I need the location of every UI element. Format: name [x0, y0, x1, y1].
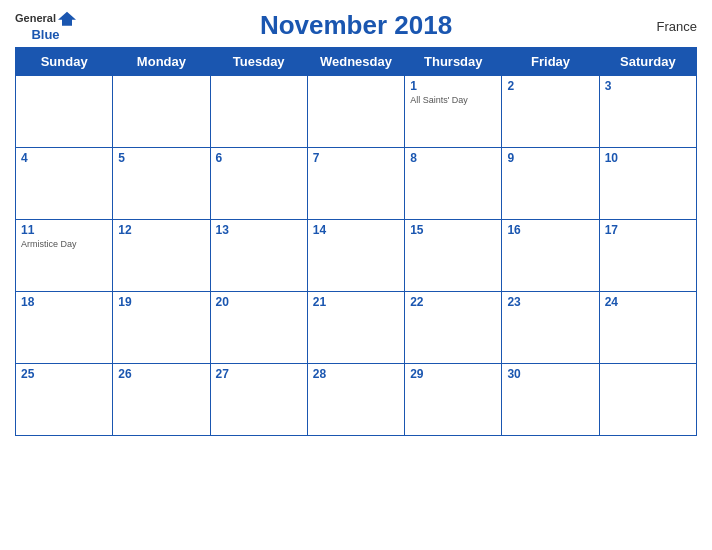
day-number: 15 [410, 223, 496, 237]
calendar-cell: 2 [502, 76, 599, 148]
calendar-cell: 11Armistice Day [16, 220, 113, 292]
calendar-cell: 12 [113, 220, 210, 292]
calendar-page: General Blue November 2018 France Sunday… [0, 0, 712, 550]
day-number: 10 [605, 151, 691, 165]
calendar-cell: 28 [307, 364, 404, 436]
calendar-cell: 22 [405, 292, 502, 364]
country-label: France [657, 18, 697, 33]
day-number: 21 [313, 295, 399, 309]
day-number: 5 [118, 151, 204, 165]
calendar-cell [307, 76, 404, 148]
col-tuesday: Tuesday [210, 48, 307, 76]
day-number: 25 [21, 367, 107, 381]
weekday-header-row: Sunday Monday Tuesday Wednesday Thursday… [16, 48, 697, 76]
logo-general-text: General [15, 12, 56, 24]
calendar-cell: 29 [405, 364, 502, 436]
day-number: 23 [507, 295, 593, 309]
logo-blue-text: Blue [31, 27, 59, 41]
calendar-cell: 26 [113, 364, 210, 436]
page-title: November 2018 [260, 10, 452, 41]
calendar-cell [210, 76, 307, 148]
col-saturday: Saturday [599, 48, 696, 76]
col-wednesday: Wednesday [307, 48, 404, 76]
calendar-cell: 23 [502, 292, 599, 364]
calendar-cell: 15 [405, 220, 502, 292]
day-number: 3 [605, 79, 691, 93]
day-number: 18 [21, 295, 107, 309]
day-number: 20 [216, 295, 302, 309]
calendar-cell: 14 [307, 220, 404, 292]
generalblue-logo: General Blue [15, 9, 76, 41]
logo-bird-icon [58, 9, 76, 27]
holiday-label: Armistice Day [21, 239, 107, 250]
calendar-cell [113, 76, 210, 148]
calendar-cell: 30 [502, 364, 599, 436]
day-number: 22 [410, 295, 496, 309]
day-number: 6 [216, 151, 302, 165]
calendar-cell: 10 [599, 148, 696, 220]
calendar-week-row: 1All Saints' Day23 [16, 76, 697, 148]
calendar-cell [16, 76, 113, 148]
calendar-week-row: 18192021222324 [16, 292, 697, 364]
day-number: 26 [118, 367, 204, 381]
calendar-cell: 1All Saints' Day [405, 76, 502, 148]
day-number: 27 [216, 367, 302, 381]
day-number: 28 [313, 367, 399, 381]
calendar-cell: 25 [16, 364, 113, 436]
calendar-cell [599, 364, 696, 436]
day-number: 9 [507, 151, 593, 165]
day-number: 12 [118, 223, 204, 237]
col-friday: Friday [502, 48, 599, 76]
calendar-cell: 19 [113, 292, 210, 364]
calendar-cell: 18 [16, 292, 113, 364]
calendar-cell: 21 [307, 292, 404, 364]
col-thursday: Thursday [405, 48, 502, 76]
page-header: General Blue November 2018 France [15, 10, 697, 41]
calendar-body: 1All Saints' Day234567891011Armistice Da… [16, 76, 697, 436]
calendar-cell: 16 [502, 220, 599, 292]
calendar-cell: 27 [210, 364, 307, 436]
calendar-cell: 20 [210, 292, 307, 364]
calendar-cell: 24 [599, 292, 696, 364]
calendar-cell: 8 [405, 148, 502, 220]
day-number: 1 [410, 79, 496, 93]
day-number: 4 [21, 151, 107, 165]
day-number: 8 [410, 151, 496, 165]
calendar-table: Sunday Monday Tuesday Wednesday Thursday… [15, 47, 697, 436]
day-number: 7 [313, 151, 399, 165]
day-number: 16 [507, 223, 593, 237]
calendar-week-row: 252627282930 [16, 364, 697, 436]
col-monday: Monday [113, 48, 210, 76]
svg-marker-0 [58, 11, 76, 25]
calendar-cell: 7 [307, 148, 404, 220]
calendar-cell: 5 [113, 148, 210, 220]
day-number: 24 [605, 295, 691, 309]
day-number: 11 [21, 223, 107, 237]
calendar-cell: 17 [599, 220, 696, 292]
day-number: 19 [118, 295, 204, 309]
day-number: 30 [507, 367, 593, 381]
calendar-cell: 3 [599, 76, 696, 148]
calendar-cell: 6 [210, 148, 307, 220]
calendar-week-row: 45678910 [16, 148, 697, 220]
day-number: 29 [410, 367, 496, 381]
col-sunday: Sunday [16, 48, 113, 76]
day-number: 13 [216, 223, 302, 237]
day-number: 2 [507, 79, 593, 93]
holiday-label: All Saints' Day [410, 95, 496, 106]
day-number: 14 [313, 223, 399, 237]
calendar-cell: 4 [16, 148, 113, 220]
calendar-week-row: 11Armistice Day121314151617 [16, 220, 697, 292]
calendar-cell: 9 [502, 148, 599, 220]
calendar-cell: 13 [210, 220, 307, 292]
day-number: 17 [605, 223, 691, 237]
